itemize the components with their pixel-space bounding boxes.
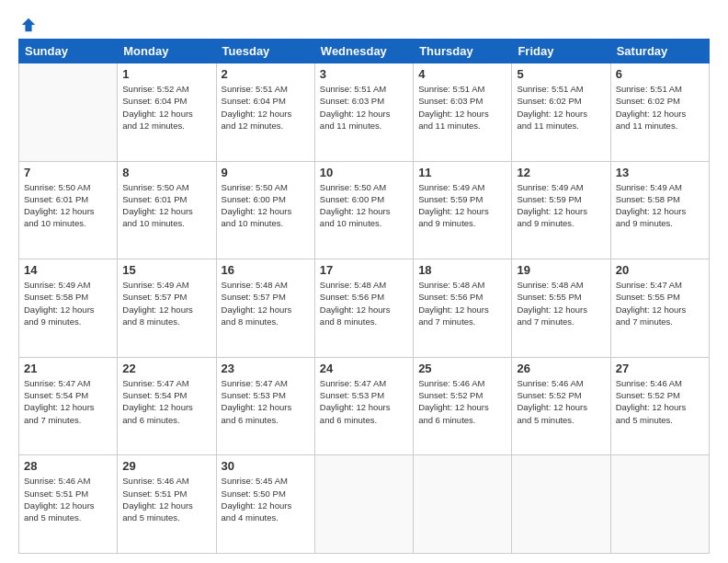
logo-icon bbox=[20, 17, 37, 33]
day-number: 11 bbox=[418, 166, 506, 179]
page: SundayMondayTuesdayWednesdayThursdayFrid… bbox=[0, 0, 728, 563]
day-cell: 30Sunrise: 5:45 AM Sunset: 5:50 PM Dayli… bbox=[216, 455, 314, 554]
day-info: Sunrise: 5:47 AM Sunset: 5:53 PM Dayligh… bbox=[222, 377, 310, 426]
day-info: Sunrise: 5:48 AM Sunset: 5:56 PM Dayligh… bbox=[320, 279, 408, 327]
day-number: 12 bbox=[517, 166, 605, 179]
day-cell: 23Sunrise: 5:47 AM Sunset: 5:53 PM Dayli… bbox=[216, 357, 314, 455]
day-number: 2 bbox=[222, 67, 310, 81]
weekday-header-thursday: Thursday bbox=[414, 40, 512, 63]
day-number: 25 bbox=[418, 362, 506, 375]
day-number: 17 bbox=[320, 263, 408, 277]
day-info: Sunrise: 5:46 AM Sunset: 5:52 PM Dayligh… bbox=[517, 377, 605, 426]
weekday-header-friday: Friday bbox=[512, 40, 610, 63]
day-info: Sunrise: 5:49 AM Sunset: 5:59 PM Dayligh… bbox=[517, 181, 605, 230]
day-cell: 14Sunrise: 5:49 AM Sunset: 5:58 PM Dayli… bbox=[19, 259, 118, 358]
day-cell: 6Sunrise: 5:51 AM Sunset: 6:02 PM Daylig… bbox=[610, 63, 709, 162]
day-number: 1 bbox=[122, 67, 210, 81]
day-number: 27 bbox=[616, 362, 704, 375]
day-cell bbox=[314, 455, 413, 554]
day-cell: 11Sunrise: 5:49 AM Sunset: 5:59 PM Dayli… bbox=[414, 161, 512, 259]
day-cell: 21Sunrise: 5:47 AM Sunset: 5:54 PM Dayli… bbox=[19, 357, 118, 455]
day-cell: 24Sunrise: 5:47 AM Sunset: 5:53 PM Dayli… bbox=[314, 357, 413, 455]
day-cell: 18Sunrise: 5:48 AM Sunset: 5:56 PM Dayli… bbox=[414, 259, 512, 358]
day-cell: 2Sunrise: 5:51 AM Sunset: 6:04 PM Daylig… bbox=[216, 63, 314, 162]
week-row-4: 28Sunrise: 5:46 AM Sunset: 5:51 PM Dayli… bbox=[19, 455, 710, 554]
day-info: Sunrise: 5:47 AM Sunset: 5:55 PM Dayligh… bbox=[616, 279, 704, 327]
day-cell bbox=[610, 455, 709, 554]
day-cell: 17Sunrise: 5:48 AM Sunset: 5:56 PM Dayli… bbox=[314, 259, 413, 358]
day-info: Sunrise: 5:47 AM Sunset: 5:54 PM Dayligh… bbox=[122, 377, 210, 426]
day-info: Sunrise: 5:51 AM Sunset: 6:02 PM Dayligh… bbox=[517, 83, 605, 132]
day-info: Sunrise: 5:51 AM Sunset: 6:03 PM Dayligh… bbox=[320, 83, 408, 132]
day-info: Sunrise: 5:50 AM Sunset: 6:01 PM Dayligh… bbox=[122, 181, 210, 230]
day-cell: 10Sunrise: 5:50 AM Sunset: 6:00 PM Dayli… bbox=[314, 161, 413, 259]
day-number: 10 bbox=[320, 166, 408, 179]
day-number: 6 bbox=[616, 67, 704, 81]
day-cell: 4Sunrise: 5:51 AM Sunset: 6:03 PM Daylig… bbox=[414, 63, 512, 162]
day-cell: 7Sunrise: 5:50 AM Sunset: 6:01 PM Daylig… bbox=[19, 161, 118, 259]
day-info: Sunrise: 5:49 AM Sunset: 5:57 PM Dayligh… bbox=[122, 279, 210, 327]
day-cell: 28Sunrise: 5:46 AM Sunset: 5:51 PM Dayli… bbox=[19, 455, 118, 554]
week-row-3: 21Sunrise: 5:47 AM Sunset: 5:54 PM Dayli… bbox=[19, 357, 710, 455]
day-cell: 26Sunrise: 5:46 AM Sunset: 5:52 PM Dayli… bbox=[512, 357, 610, 455]
day-info: Sunrise: 5:52 AM Sunset: 6:04 PM Dayligh… bbox=[122, 83, 210, 132]
day-cell: 12Sunrise: 5:49 AM Sunset: 5:59 PM Dayli… bbox=[512, 161, 610, 259]
day-number: 7 bbox=[24, 166, 112, 179]
day-info: Sunrise: 5:48 AM Sunset: 5:56 PM Dayligh… bbox=[418, 279, 506, 327]
day-info: Sunrise: 5:49 AM Sunset: 5:59 PM Dayligh… bbox=[418, 181, 506, 230]
day-cell: 27Sunrise: 5:46 AM Sunset: 5:52 PM Dayli… bbox=[610, 357, 709, 455]
day-info: Sunrise: 5:46 AM Sunset: 5:51 PM Dayligh… bbox=[122, 475, 210, 523]
day-number: 30 bbox=[222, 459, 310, 473]
day-number: 14 bbox=[24, 263, 112, 277]
day-cell: 15Sunrise: 5:49 AM Sunset: 5:57 PM Dayli… bbox=[118, 259, 216, 358]
day-number: 26 bbox=[517, 362, 605, 375]
day-number: 19 bbox=[517, 263, 605, 277]
day-cell: 19Sunrise: 5:48 AM Sunset: 5:55 PM Dayli… bbox=[512, 259, 610, 358]
day-cell: 29Sunrise: 5:46 AM Sunset: 5:51 PM Dayli… bbox=[118, 455, 216, 554]
day-info: Sunrise: 5:51 AM Sunset: 6:04 PM Dayligh… bbox=[222, 83, 310, 132]
day-info: Sunrise: 5:50 AM Sunset: 6:00 PM Dayligh… bbox=[222, 181, 310, 230]
day-info: Sunrise: 5:51 AM Sunset: 6:02 PM Dayligh… bbox=[616, 83, 704, 132]
logo bbox=[18, 17, 37, 29]
day-number: 20 bbox=[616, 263, 704, 277]
day-number: 13 bbox=[616, 166, 704, 179]
day-cell: 22Sunrise: 5:47 AM Sunset: 5:54 PM Dayli… bbox=[118, 357, 216, 455]
day-number: 8 bbox=[122, 166, 210, 179]
day-number: 16 bbox=[222, 263, 310, 277]
day-number: 28 bbox=[24, 459, 112, 473]
day-info: Sunrise: 5:46 AM Sunset: 5:51 PM Dayligh… bbox=[24, 475, 112, 523]
day-number: 4 bbox=[418, 67, 506, 81]
day-info: Sunrise: 5:48 AM Sunset: 5:55 PM Dayligh… bbox=[517, 279, 605, 327]
day-number: 21 bbox=[24, 362, 112, 375]
day-info: Sunrise: 5:47 AM Sunset: 5:54 PM Dayligh… bbox=[24, 377, 112, 426]
day-cell: 20Sunrise: 5:47 AM Sunset: 5:55 PM Dayli… bbox=[610, 259, 709, 358]
day-info: Sunrise: 5:46 AM Sunset: 5:52 PM Dayligh… bbox=[616, 377, 704, 426]
day-info: Sunrise: 5:51 AM Sunset: 6:03 PM Dayligh… bbox=[418, 83, 506, 132]
day-number: 3 bbox=[320, 67, 408, 81]
day-cell: 3Sunrise: 5:51 AM Sunset: 6:03 PM Daylig… bbox=[314, 63, 413, 162]
header bbox=[18, 17, 710, 29]
weekday-header-saturday: Saturday bbox=[610, 40, 709, 63]
day-number: 23 bbox=[222, 362, 310, 375]
week-row-0: 1Sunrise: 5:52 AM Sunset: 6:04 PM Daylig… bbox=[19, 63, 710, 162]
weekday-header-monday: Monday bbox=[118, 40, 216, 63]
day-number: 29 bbox=[122, 459, 210, 473]
day-info: Sunrise: 5:48 AM Sunset: 5:57 PM Dayligh… bbox=[222, 279, 310, 327]
calendar: SundayMondayTuesdayWednesdayThursdayFrid… bbox=[18, 39, 710, 554]
day-number: 22 bbox=[122, 362, 210, 375]
day-info: Sunrise: 5:49 AM Sunset: 5:58 PM Dayligh… bbox=[24, 279, 112, 327]
svg-marker-0 bbox=[22, 18, 35, 31]
day-info: Sunrise: 5:50 AM Sunset: 6:01 PM Dayligh… bbox=[24, 181, 112, 230]
day-cell: 9Sunrise: 5:50 AM Sunset: 6:00 PM Daylig… bbox=[216, 161, 314, 259]
weekday-header-tuesday: Tuesday bbox=[216, 40, 314, 63]
day-number: 5 bbox=[517, 67, 605, 81]
day-cell: 13Sunrise: 5:49 AM Sunset: 5:58 PM Dayli… bbox=[610, 161, 709, 259]
weekday-header-row: SundayMondayTuesdayWednesdayThursdayFrid… bbox=[19, 40, 710, 63]
day-number: 9 bbox=[222, 166, 310, 179]
day-cell: 8Sunrise: 5:50 AM Sunset: 6:01 PM Daylig… bbox=[118, 161, 216, 259]
day-cell: 25Sunrise: 5:46 AM Sunset: 5:52 PM Dayli… bbox=[414, 357, 512, 455]
day-info: Sunrise: 5:49 AM Sunset: 5:58 PM Dayligh… bbox=[616, 181, 704, 230]
day-number: 15 bbox=[122, 263, 210, 277]
day-cell bbox=[512, 455, 610, 554]
weekday-header-wednesday: Wednesday bbox=[314, 40, 413, 63]
